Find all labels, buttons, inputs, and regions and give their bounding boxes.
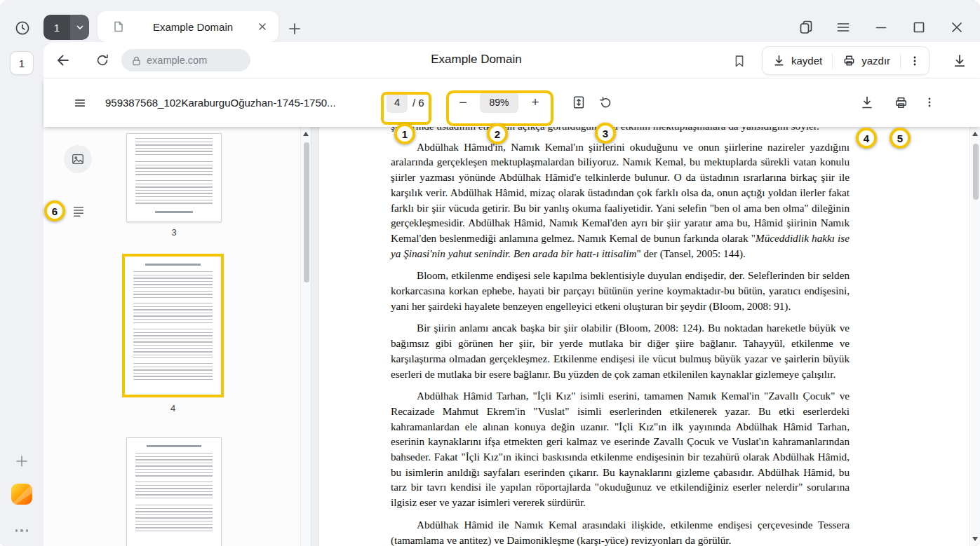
collections-icon xyxy=(798,19,814,36)
paragraph: Bloom, etkilenme endişesi sele kapılma b… xyxy=(391,268,850,313)
pdf-page-text: şiirlerinde üstadının etkisinin açıkça g… xyxy=(391,127,850,546)
paragraph-text: Abdülhak Hâmıd'in, Namık Kemal'ın şiirle… xyxy=(391,141,850,244)
thumbnail-text-lines xyxy=(147,445,201,447)
back-button[interactable] xyxy=(53,50,73,70)
assistant-logo-icon[interactable] xyxy=(11,484,32,505)
tab-group-count: 1 xyxy=(43,15,70,40)
print-button[interactable]: yazdır xyxy=(833,47,900,74)
chevron-down-icon[interactable] xyxy=(70,15,89,40)
scrollbar-thumb[interactable] xyxy=(304,142,309,282)
thumbnail-text-lines xyxy=(135,505,213,533)
zoom-in-button[interactable]: + xyxy=(525,92,546,113)
rail-more-button[interactable] xyxy=(11,526,32,535)
maximize-button[interactable] xyxy=(908,16,930,39)
paragraph: Abdülhak Hâmıd'in, Namık Kemal'ın şiirle… xyxy=(391,139,850,261)
thumbnail-label-3: 3 xyxy=(126,227,222,238)
image-icon xyxy=(71,152,85,166)
scrollbar-thumb[interactable] xyxy=(973,144,979,200)
hamburger-icon xyxy=(835,19,852,36)
tab-close-icon[interactable] xyxy=(255,19,270,34)
bookmark-button[interactable] xyxy=(730,51,749,71)
history-clock-button[interactable] xyxy=(10,15,35,41)
page-actions-group: kaydet yazdır xyxy=(762,46,929,75)
pdf-download-button[interactable] xyxy=(856,91,878,114)
download-icon xyxy=(859,95,875,110)
rail-add-button[interactable] xyxy=(12,451,32,471)
rail-tab-badge[interactable]: 1 xyxy=(10,51,34,75)
new-tab-button[interactable] xyxy=(283,18,306,40)
browser-menu-button[interactable] xyxy=(832,16,854,39)
clock-icon xyxy=(14,20,31,36)
page-title: Example Domain xyxy=(431,53,521,67)
rotate-button[interactable] xyxy=(594,91,617,114)
rotate-icon xyxy=(598,95,613,110)
scroll-up-arrow[interactable] xyxy=(303,132,309,136)
window-titlebar: 1 Example Domain xyxy=(0,0,980,42)
thumbnail-view-button[interactable] xyxy=(64,145,92,173)
thumbnail-text-lines xyxy=(145,264,201,266)
kebab-icon xyxy=(923,96,936,109)
document-scrollbar xyxy=(969,127,980,546)
url-text: example.com xyxy=(147,55,207,66)
close-window-button[interactable] xyxy=(946,16,968,39)
hamburger-icon xyxy=(73,96,87,110)
downloads-button[interactable] xyxy=(950,51,969,71)
bookmark-icon xyxy=(732,53,747,69)
kebab-icon xyxy=(908,55,921,67)
downloads-icon xyxy=(952,53,967,69)
pdf-toolbar: 959387568_102KaraburguOğuzhan-1745-1750.… xyxy=(43,79,980,127)
download-icon xyxy=(772,54,786,67)
thumbnail-text-lines xyxy=(133,329,213,358)
address-bar[interactable]: example.com xyxy=(121,49,250,71)
save-label: kaydet xyxy=(791,55,822,67)
reload-button[interactable] xyxy=(93,50,112,70)
thumbnail-label-4: 4 xyxy=(122,403,224,414)
thumbnail-text-lines xyxy=(135,161,213,175)
save-button[interactable]: kaydet xyxy=(763,47,832,74)
page-number-input[interactable]: 4 xyxy=(387,92,408,113)
minimize-icon xyxy=(873,19,890,36)
navigation-bar: example.com Example Domain kaydet yazdır xyxy=(43,42,980,79)
printer-icon xyxy=(843,54,856,67)
logo-fold-shape xyxy=(11,484,32,505)
page-total-label: / 6 xyxy=(412,79,424,127)
tab-group[interactable]: 1 xyxy=(43,15,89,40)
collections-button[interactable] xyxy=(795,16,817,39)
thumbnail-text-lines xyxy=(135,138,213,156)
reload-icon xyxy=(95,53,110,68)
pdf-page-view: şiirlerinde üstadının etkisinin açıkça g… xyxy=(319,127,969,546)
panel-divider xyxy=(311,127,319,546)
thumbnail-text-lines xyxy=(133,303,213,324)
thumbnail-text-lines xyxy=(133,363,213,383)
browser-window: 1 Example Domain xyxy=(0,0,980,546)
thumbnail-text-lines xyxy=(155,211,193,213)
minimize-button[interactable] xyxy=(870,16,892,39)
browser-tab[interactable]: Example Domain xyxy=(98,11,278,42)
zoom-level-display: 89% xyxy=(480,92,518,113)
close-icon xyxy=(948,19,965,36)
maximize-icon xyxy=(911,19,927,36)
scroll-up-arrow[interactable] xyxy=(972,132,978,136)
thumbnail-page-3[interactable] xyxy=(126,133,222,222)
thumbnail-text-lines xyxy=(135,453,213,477)
pdf-sidebar-toggle-button[interactable] xyxy=(69,92,91,114)
paragraph: Abdülhak Hâmid Tarhan, "İçli Kız" isimli… xyxy=(391,388,850,510)
outline-view-button[interactable] xyxy=(69,201,88,221)
thumbnail-page-4-selected[interactable] xyxy=(122,254,224,397)
pdf-menu-button[interactable] xyxy=(918,91,941,114)
page-actions-menu-button[interactable] xyxy=(901,47,929,74)
plus-icon xyxy=(14,453,29,469)
page-favicon-icon xyxy=(112,20,124,33)
zoom-out-button[interactable]: − xyxy=(452,92,474,113)
thumbnail-page-5[interactable] xyxy=(126,437,222,546)
pdf-print-button[interactable] xyxy=(890,91,912,114)
fit-to-page-button[interactable] xyxy=(568,91,590,114)
thumbnail-text-lines xyxy=(135,180,213,204)
thumbnail-text-lines xyxy=(135,482,213,500)
paragraph-text: " der (Tansel, 2005: 144). xyxy=(636,247,745,259)
scroll-down-arrow[interactable] xyxy=(972,537,978,541)
thumbnail-text-lines xyxy=(133,271,213,298)
paragraph: Abdülhak Hâmid ile Namık Kemal arasındak… xyxy=(391,517,850,546)
print-label: yazdır xyxy=(861,55,890,67)
outline-list-icon xyxy=(72,204,86,218)
